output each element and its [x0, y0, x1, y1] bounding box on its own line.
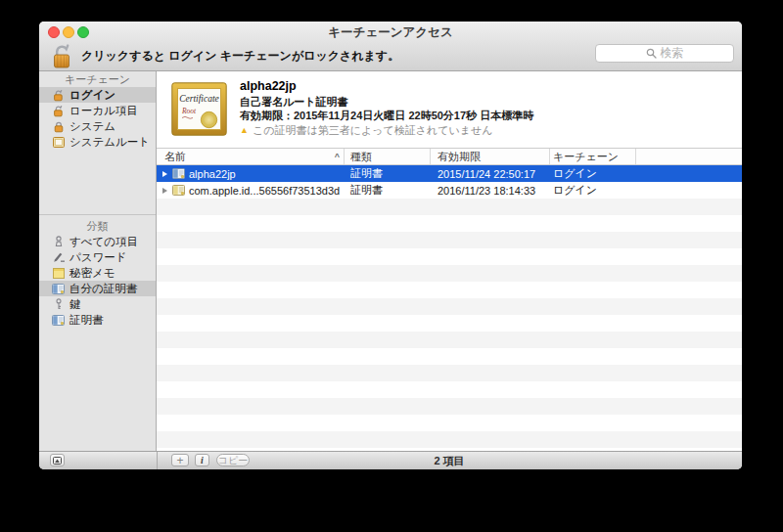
empty-list-stripes — [157, 199, 742, 452]
system-root-icon — [52, 137, 65, 148]
toggle-keychains-button[interactable] — [50, 454, 65, 466]
search-placeholder: 検索 — [661, 45, 684, 62]
column-header-kind[interactable]: 種類 — [345, 149, 431, 164]
column-header-expires[interactable]: 有効期限 — [431, 149, 550, 164]
lock-open-icon — [52, 89, 65, 102]
lock-open-icon — [52, 105, 65, 117]
table-body: alpha22jp 証明書 2015/11/24 22:50:17 ログイン — [157, 165, 742, 452]
warning-text: この証明書は第三者によって検証されていません — [253, 123, 493, 138]
svg-text:Certificate: Certificate — [179, 94, 219, 104]
minimize-button[interactable] — [63, 26, 74, 38]
search-icon — [646, 48, 657, 59]
column-header-spacer — [636, 149, 742, 164]
sidebar-item-login[interactable]: ログイン — [39, 87, 156, 103]
table-header: 名前 ^ 種類 有効期限 キーチェーン — [157, 149, 742, 165]
secure-note-icon — [52, 268, 65, 279]
row-expires: 2015/11/24 22:50:17 — [431, 168, 550, 180]
sidebar-section-category: 分類 — [39, 219, 156, 234]
row-keychain: ログイン — [550, 166, 636, 181]
sidebar-item-label: システムルート — [69, 135, 150, 150]
password-icon — [52, 251, 65, 263]
sidebar-item-label: パスワード — [69, 250, 127, 265]
sidebar-item-system-roots[interactable]: システムルート — [39, 134, 156, 150]
row-kind: 証明書 — [345, 166, 431, 181]
sidebar-item-label: すべての項目 — [69, 235, 138, 249]
sidebar-item-my-certificates[interactable]: 自分の証明書 — [39, 281, 156, 296]
disclosure-icon[interactable] — [162, 188, 167, 194]
warning-icon: ▲ — [240, 126, 249, 135]
sort-ascending-icon: ^ — [335, 152, 340, 161]
sidebar-item-label: システム — [69, 119, 115, 134]
lock-closed-icon — [52, 120, 65, 133]
certificate-expiry: 有効期限：2015年11月24日火曜日 22時50分17秒 日本標準時 — [240, 109, 533, 123]
table-row[interactable]: alpha22jp 証明書 2015/11/24 22:50:17 ログイン — [157, 165, 742, 182]
keychains-panel-icon — [53, 457, 62, 465]
row-name: alpha22jp — [189, 168, 236, 180]
row-certificate-icon — [172, 185, 185, 196]
certificate-large-icon: Certificate Root — [171, 82, 227, 140]
keychain-access-window: キーチェーンアクセス クリックすると ログイン キーチェーンがロックされます。 … — [39, 22, 742, 469]
sidebar-item-label: 自分の証明書 — [69, 282, 137, 296]
certificate-detail-pane: Certificate Root alpha22jp 自己署名ルート証明書 有効… — [157, 71, 742, 149]
sidebar-item-system[interactable]: システム — [39, 118, 156, 134]
sidebar-item-label: 証明書 — [69, 313, 104, 328]
table-row[interactable]: com.apple.id...56556f73513d3d 証明書 2016/1… — [157, 182, 742, 199]
window-title: キーチェーンアクセス — [98, 22, 683, 42]
sidebar-item-label: 鍵 — [69, 297, 81, 312]
search-input[interactable]: 検索 — [595, 44, 734, 63]
sidebar-divider — [39, 214, 156, 215]
sidebar: キーチェーン ログイン ローカル項目 — [39, 71, 157, 452]
lock-toolbar: クリックすると ログイン キーチェーンがロックされます。 — [39, 42, 399, 70]
window-header: キーチェーンアクセス クリックすると ログイン キーチェーンがロックされます。 … — [39, 22, 742, 71]
all-items-icon — [52, 236, 65, 247]
row-certificate-icon — [172, 168, 185, 179]
sidebar-item-label: 秘密メモ — [69, 266, 115, 281]
svg-text:Root: Root — [181, 107, 197, 115]
zoom-button[interactable] — [77, 26, 89, 38]
row-expires: 2016/11/23 18:14:33 — [431, 185, 550, 197]
my-certificates-icon — [52, 284, 65, 294]
sidebar-item-keys[interactable]: 鍵 — [39, 296, 156, 312]
sidebar-item-local-items[interactable]: ローカル項目 — [39, 103, 156, 118]
sidebar-item-passwords[interactable]: パスワード — [39, 249, 156, 265]
disclosure-icon[interactable] — [162, 171, 167, 177]
sidebar-section-keychains: キーチェーン — [39, 72, 156, 87]
sidebar-item-all-items[interactable]: すべての項目 — [39, 234, 156, 249]
status-bar: + i コピー 2 項目 — [39, 451, 742, 469]
certificate-warning: ▲ この証明書は第三者によって検証されていません — [240, 123, 493, 138]
sidebar-item-label: ローカル項目 — [69, 104, 138, 118]
certificate-icon — [52, 315, 65, 326]
sidebar-item-secure-notes[interactable]: 秘密メモ — [39, 265, 156, 281]
row-kind: 証明書 — [345, 183, 431, 198]
certificate-name: alpha22jp — [240, 79, 297, 93]
main-area: キーチェーン ログイン ローカル項目 — [39, 71, 742, 452]
item-count: 2 項目 — [157, 452, 742, 469]
key-icon — [52, 298, 65, 310]
row-name: com.apple.id...56556f73513d3d — [189, 185, 340, 197]
column-header-keychain[interactable]: キーチェーン — [550, 149, 636, 164]
row-keychain: ログイン — [550, 183, 636, 198]
content-area: Certificate Root alpha22jp 自己署名ルート証明書 有効… — [157, 71, 742, 452]
unlocked-padlock-icon[interactable] — [52, 43, 72, 72]
sidebar-item-label: ログイン — [69, 88, 115, 103]
column-header-name[interactable]: 名前 ^ — [157, 149, 345, 164]
lock-message: クリックすると ログイン キーチェーンがロックされます。 — [81, 48, 399, 65]
close-button[interactable] — [48, 26, 60, 38]
certificate-kind: 自己署名ルート証明書 — [240, 95, 348, 110]
sidebar-item-certificates[interactable]: 証明書 — [39, 312, 156, 328]
